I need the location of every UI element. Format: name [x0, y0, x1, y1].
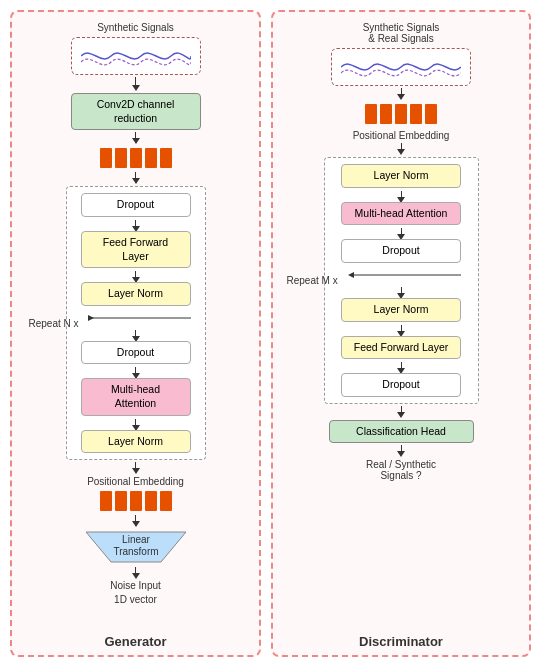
disc-layernorm1: Layer Norm — [341, 164, 461, 188]
discriminator-panel: Synthetic Signals & Real Signals Positio… — [271, 10, 531, 657]
disc-signal-box — [331, 48, 471, 86]
arrow-conv-to-bars — [66, 132, 206, 144]
bar3 — [130, 148, 142, 168]
gen-signal-box — [71, 37, 201, 75]
arrow-posembed-to-linear — [66, 515, 206, 525]
conv2d-box: Conv2D channel reduction — [71, 93, 201, 130]
gen-signal-label: Synthetic Signals — [97, 22, 174, 33]
bar5 — [160, 148, 172, 168]
disc-repeat-label: Repeat M x — [287, 274, 338, 287]
disc-repeat-box: Repeat M x Layer Norm Multi-head Attenti… — [324, 157, 479, 404]
gen-posembed-label: Positional Embedding — [87, 476, 184, 487]
gen-multihead: Multi-head Attention — [81, 378, 191, 415]
gen-layernorm1: Layer Norm — [81, 282, 191, 306]
disc-orange-bars — [365, 104, 437, 124]
bar1 — [100, 148, 112, 168]
disc-dropout1: Dropout — [341, 239, 461, 263]
gen-dropout2: Dropout — [81, 341, 191, 365]
gen-orange-bars — [100, 148, 172, 168]
disc-skip-arrow — [341, 266, 461, 284]
disc-classhead: Classification Head — [329, 420, 474, 444]
gen-dropout1: Dropout — [81, 193, 191, 217]
disc-dropout2: Dropout — [341, 373, 461, 397]
disc-wave-svg — [341, 53, 461, 81]
generator-panel: Synthetic Signals Conv2D channel reducti… — [10, 10, 261, 657]
disc-multihead: Multi-head Attention — [341, 202, 461, 226]
bar2 — [115, 148, 127, 168]
disc-layernorm2: Layer Norm — [341, 298, 461, 322]
discriminator-label: Discriminator — [359, 634, 443, 649]
disc-signal-label: Synthetic Signals & Real Signals — [363, 22, 440, 44]
disc-ff: Feed Forward Layer — [341, 336, 461, 360]
gen-noise-label: Noise Input 1D vector — [110, 579, 161, 607]
arrow-bars-to-repeat — [66, 172, 206, 184]
gen-repeat-label: Repeat N x — [29, 317, 79, 330]
gen-wave-svg — [81, 42, 191, 70]
arrow-signal-to-conv — [66, 77, 206, 91]
svg-text:Transform: Transform — [113, 546, 158, 557]
gen-skip-arrow — [81, 309, 191, 327]
disc-posembed-label: Positional Embedding — [353, 130, 450, 141]
gen-repeat-box: Repeat N x Dropout Feed Forward Layer La… — [66, 186, 206, 460]
disc-output-label: Real / Synthetic Signals ? — [366, 459, 436, 481]
linear-transform-shape: Linear Transform — [81, 527, 191, 565]
arrow-repeat-to-posembed — [66, 462, 206, 474]
gen-ff: Feed Forward Layer — [81, 231, 191, 268]
svg-text:Linear: Linear — [122, 534, 150, 545]
generator-label: Generator — [104, 634, 166, 649]
gen-layernorm2: Layer Norm — [81, 430, 191, 454]
bar4 — [145, 148, 157, 168]
gen-orange-bars2 — [100, 491, 172, 511]
